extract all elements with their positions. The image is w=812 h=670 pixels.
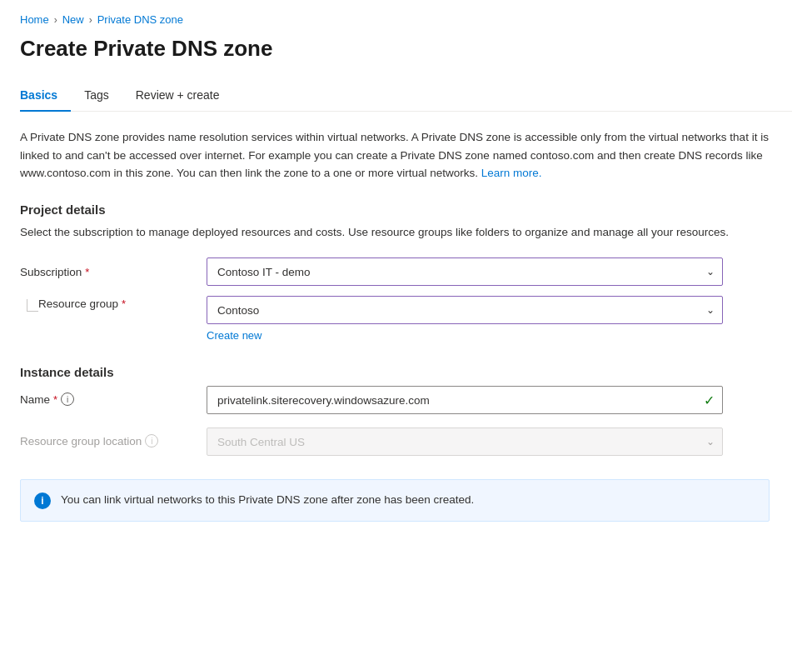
rg-tree-vert-line: [27, 299, 27, 311]
rg-tree-connector: [20, 296, 38, 312]
instance-details-title: Instance details: [20, 365, 792, 379]
rg-location-info-icon[interactable]: i: [145, 434, 158, 448]
name-required-star: *: [53, 393, 57, 406]
breadcrumb-home[interactable]: Home: [20, 13, 49, 26]
name-info-icon[interactable]: i: [61, 392, 74, 406]
breadcrumb-new[interactable]: New: [62, 13, 84, 26]
rg-location-label-col: Resource group location i: [20, 428, 187, 448]
rg-label-area: Resource group *: [20, 296, 187, 312]
rg-location-select-wrapper: South Central US ⌄: [207, 428, 723, 456]
rg-tree-horiz-line: [27, 311, 38, 312]
page-title: Create Private DNS zone: [20, 36, 792, 62]
breadcrumb-private-dns-zone[interactable]: Private DNS zone: [97, 13, 183, 26]
info-box-icon: i: [34, 492, 51, 509]
breadcrumb: Home › New › Private DNS zone: [20, 13, 792, 26]
tab-basics[interactable]: Basics: [20, 82, 71, 112]
subscription-required-star: *: [85, 266, 89, 278]
rg-location-row: Resource group location i South Central …: [20, 428, 792, 456]
subscription-label: Subscription: [20, 266, 82, 278]
breadcrumb-sep-2: ›: [89, 14, 92, 26]
instance-details-section: Instance details Name * i ✓ Resource gro…: [20, 365, 792, 456]
subscription-select-wrapper: Contoso IT - demo ⌄: [207, 258, 723, 286]
resource-group-row: Resource group * Contoso ⌄ Create new: [20, 296, 792, 342]
subscription-row: Subscription * Contoso IT - demo ⌄: [20, 258, 792, 286]
resource-group-label: Resource group: [38, 298, 118, 310]
subscription-label-col: Subscription *: [20, 266, 187, 278]
info-box: i You can link virtual networks to this …: [20, 479, 770, 522]
basics-description: A Private DNS zone provides name resolut…: [20, 128, 770, 182]
learn-more-link[interactable]: Learn more.: [481, 167, 542, 179]
project-details-title: Project details: [20, 202, 792, 217]
rg-location-control: South Central US ⌄: [207, 428, 723, 456]
name-input[interactable]: [207, 386, 723, 414]
create-new-link[interactable]: Create new: [207, 329, 262, 342]
tab-review-create[interactable]: Review + create: [122, 82, 233, 112]
subscription-select[interactable]: Contoso IT - demo: [207, 258, 723, 286]
rg-location-label: Resource group location: [20, 435, 142, 448]
resource-group-required-star: *: [122, 298, 126, 310]
info-box-text: You can link virtual networks to this Pr…: [61, 492, 474, 508]
resource-group-select[interactable]: Contoso: [207, 296, 723, 324]
breadcrumb-sep-1: ›: [54, 14, 57, 26]
name-label: Name: [20, 393, 50, 406]
rg-label-inner: Resource group *: [38, 296, 126, 310]
name-input-wrapper: ✓: [207, 386, 723, 414]
project-details-section: Project details Select the subscription …: [20, 202, 792, 342]
tab-tags[interactable]: Tags: [71, 82, 122, 112]
name-valid-icon: ✓: [704, 392, 715, 408]
rg-control-col: Contoso ⌄ Create new: [207, 296, 723, 342]
rg-tree-corner: [27, 311, 38, 312]
name-label-col: Name * i: [20, 386, 187, 406]
rg-location-select: South Central US: [207, 428, 723, 456]
subscription-control: Contoso IT - demo ⌄: [207, 258, 723, 286]
name-row: Name * i ✓: [20, 386, 792, 414]
description-text: A Private DNS zone provides name resolut…: [20, 131, 769, 179]
rg-select-wrapper: Contoso ⌄: [207, 296, 723, 324]
name-control: ✓: [207, 386, 723, 414]
tabs-container: Basics Tags Review + create: [20, 82, 792, 112]
project-details-description: Select the subscription to manage deploy…: [20, 223, 770, 242]
